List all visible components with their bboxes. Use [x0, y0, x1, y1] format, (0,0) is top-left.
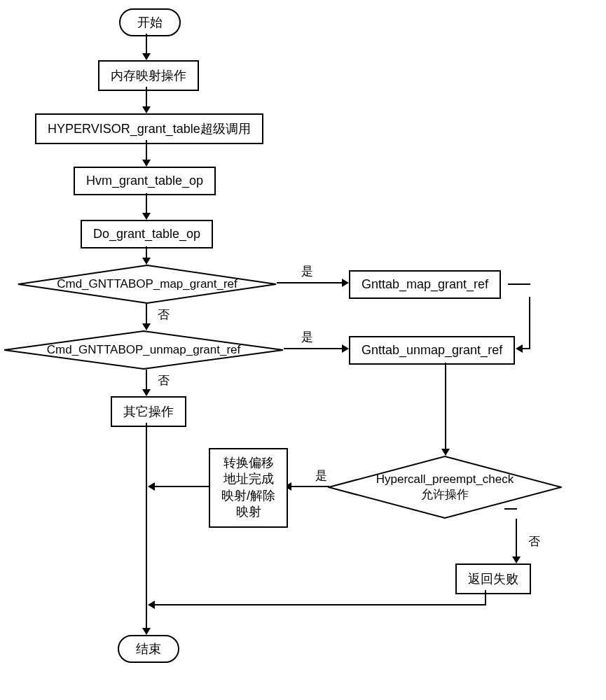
- yes-label: 是: [315, 468, 327, 484]
- otherop-node: 其它操作: [111, 396, 186, 427]
- convert-offset-label: 转换偏移 地址完成 映射/解除 映射: [221, 455, 275, 521]
- arrowhead-down-icon: [142, 106, 151, 113]
- arrow: [291, 486, 329, 487]
- arrowhead-down-icon: [142, 160, 151, 167]
- returnfail-node: 返回失败: [455, 564, 531, 594]
- arrowhead-down-icon: [142, 389, 151, 396]
- mapref-label: Gnttab_map_grant_ref: [361, 277, 488, 292]
- yes-label: 是: [301, 329, 313, 345]
- flowchart-container: 开始 内存映射操作 HYPERVISOR_grant_table超级调用 Hvm…: [0, 0, 606, 700]
- arrowhead-down-icon: [512, 556, 521, 564]
- arrow: [146, 423, 147, 629]
- convert-offset-node: 转换偏移 地址完成 映射/解除 映射: [209, 448, 288, 528]
- arrowhead-down-icon: [142, 213, 151, 220]
- hypercall-label: HYPERVISOR_grant_table超级调用: [48, 120, 251, 137]
- preempt-decision-label: Hypercall_preempt_check 允许操作: [328, 456, 562, 519]
- arrow: [508, 284, 530, 285]
- preempt-decision-node: Hypercall_preempt_check 允许操作: [328, 456, 562, 519]
- arrow: [516, 519, 517, 558]
- hypercall-node: HYPERVISOR_grant_table超级调用: [35, 113, 263, 144]
- arrow: [154, 604, 486, 606]
- arrow: [154, 486, 209, 487]
- arrowhead-down-icon: [142, 628, 151, 635]
- arrow: [504, 508, 517, 510]
- arrow: [522, 348, 530, 349]
- no-label: 否: [158, 307, 170, 323]
- arrowhead-left-icon: [516, 344, 523, 353]
- arrow: [146, 193, 147, 214]
- start-node: 开始: [119, 8, 181, 36]
- unmapref-node: Gnttab_unmap_grant_ref: [349, 336, 515, 365]
- arrow: [146, 140, 147, 161]
- map-decision-node: Cmd_GNTTABOP_map_grant_ref: [18, 265, 277, 304]
- doop-node: Do_grant_table_op: [81, 220, 213, 248]
- hvmop-label: Hvm_grant_table_op: [86, 174, 203, 188]
- start-label: 开始: [137, 14, 163, 31]
- map-decision-label: Cmd_GNTTABOP_map_grant_ref: [18, 265, 277, 304]
- unmapref-label: Gnttab_unmap_grant_ref: [361, 343, 502, 358]
- arrowhead-left-icon: [148, 482, 155, 491]
- arrow: [146, 34, 147, 55]
- no-label: 否: [158, 372, 170, 388]
- returnfail-label: 返回失败: [468, 570, 518, 587]
- arrow: [277, 282, 343, 284]
- end-node: 结束: [118, 635, 179, 663]
- otherop-label: 其它操作: [123, 403, 174, 420]
- unmap-decision-node: Cmd_GNTTABOP_unmap_grant_ref: [4, 330, 284, 370]
- memop-node: 内存映射操作: [98, 60, 199, 91]
- arrowhead-down-icon: [142, 53, 151, 60]
- doop-label: Do_grant_table_op: [93, 227, 200, 241]
- arrowhead-down-icon: [441, 449, 450, 456]
- arrow: [146, 370, 147, 391]
- yes-label: 是: [301, 263, 313, 279]
- unmap-decision-label: Cmd_GNTTABOP_unmap_grant_ref: [4, 330, 284, 370]
- arrow: [529, 297, 530, 349]
- arrowhead-right-icon: [342, 279, 349, 287]
- end-label: 结束: [136, 640, 161, 657]
- mapref-node: Gnttab_map_grant_ref: [349, 270, 501, 299]
- arrow: [146, 304, 147, 325]
- arrowhead-left-icon: [148, 601, 155, 609]
- arrowhead-down-icon: [142, 258, 151, 265]
- arrowhead-down-icon: [142, 323, 151, 330]
- arrow: [485, 590, 486, 606]
- hvmop-node: Hvm_grant_table_op: [74, 167, 216, 195]
- arrow: [284, 348, 343, 349]
- memop-label: 内存映射操作: [111, 67, 186, 84]
- no-label: 否: [528, 533, 540, 550]
- arrow: [445, 363, 446, 450]
- arrow: [146, 87, 147, 108]
- arrowhead-right-icon: [342, 344, 349, 353]
